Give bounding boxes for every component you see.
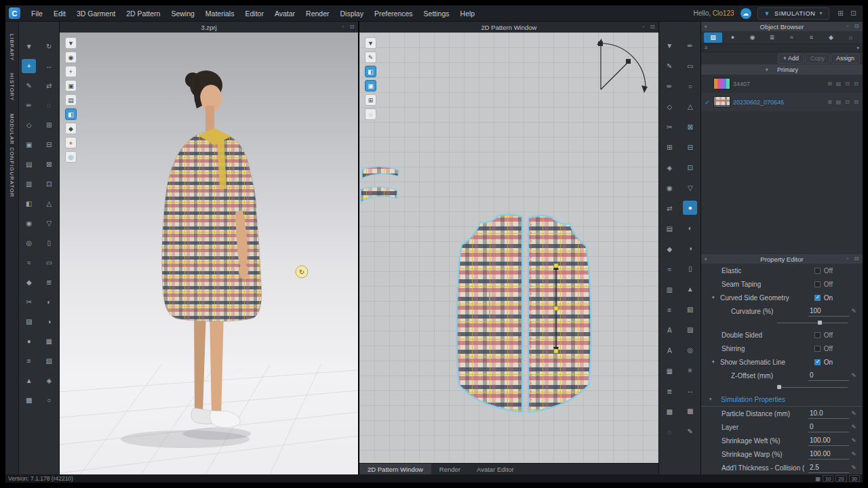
internal-polygon-icon[interactable]: ◈ — [661, 157, 677, 178]
collapse-caret-icon[interactable]: ▾ — [712, 295, 720, 300]
edit-value-icon[interactable]: ✎ — [849, 410, 859, 417]
zipper-tool-icon[interactable]: ≡ — [21, 351, 37, 371]
fabric-grid-icon[interactable]: ⊞ — [826, 81, 833, 87]
z-offset-input[interactable]: 0 — [808, 371, 849, 381]
buttonhole-tab-icon[interactable]: ◉ — [743, 33, 762, 43]
panel-maximize-icon[interactable]: ⊡ — [853, 256, 860, 262]
sidebar-tab-modular-configurator[interactable]: MODULAR CONFIGURATOR — [9, 114, 15, 198]
curvature-input[interactable]: 100 — [808, 306, 849, 317]
menu-display[interactable]: Display — [335, 5, 369, 22]
fabric-item-20230602[interactable]: ✓ 20230602_070646 ⊞▤⊡⊟ — [701, 93, 863, 111]
detach-sewing-icon[interactable]: ◐ — [682, 218, 698, 238]
segment-sewing-tool-icon[interactable]: ▤ — [21, 155, 37, 174]
show-base-pattern-icon[interactable]: ⊞ — [365, 94, 376, 106]
show-fabric-texture-icon[interactable]: ▣ — [365, 80, 376, 92]
collapse-caret-icon[interactable]: ▾ — [712, 359, 720, 365]
measure-tool-icon[interactable]: ◆ — [21, 272, 37, 292]
menu-preferences[interactable]: Preferences — [369, 5, 418, 22]
viewport-float-icon[interactable]: ▫ — [640, 24, 647, 30]
internal-line-icon[interactable]: ≡ — [661, 300, 677, 320]
fabric-swatch[interactable] — [713, 78, 730, 89]
sidebar-tab-history[interactable]: HISTORY — [9, 73, 15, 101]
seam-allowance-tool-icon[interactable]: ▯ — [41, 233, 57, 253]
scissors-tool-icon[interactable]: ✂ — [21, 292, 37, 312]
avatar-tab-icon[interactable]: ⌂ — [842, 33, 860, 43]
binding-tool-icon[interactable]: ◐ — [41, 292, 57, 312]
transform-2d-icon[interactable]: ▼ — [661, 35, 677, 56]
fullness-icon[interactable]: ▲ — [682, 279, 698, 299]
segment-sewing-2d-icon[interactable]: ⊟ — [682, 137, 698, 157]
fabric-name[interactable]: 34407 — [733, 81, 823, 87]
show-pattern-info-icon[interactable]: ✎ — [365, 52, 376, 63]
menu-editor[interactable]: Editor — [239, 5, 269, 22]
buttonhole-2d-icon[interactable]: ◎ — [682, 340, 698, 360]
edit-sewing-icon[interactable]: ● — [683, 201, 697, 215]
track-pattern-icon[interactable]: ▧ — [682, 299, 698, 319]
avatar-texture-icon[interactable]: ● — [65, 137, 77, 148]
avatar[interactable] — [162, 70, 262, 428]
show-seamlines-icon[interactable]: ◆ — [65, 123, 77, 134]
grid-size-10[interactable]: 10 — [823, 475, 833, 482]
pattern-canvas[interactable]: ▼✎◧▣⊞◌ — [359, 33, 658, 463]
list-view-icon[interactable]: ≡ — [705, 45, 708, 51]
circle-pattern-icon[interactable]: ○ — [682, 76, 698, 96]
simulation-button[interactable]: ▼ SIMULATION ▾ — [757, 7, 829, 20]
surface-texture-icon[interactable]: ▤ — [65, 94, 77, 106]
curved-side-geometry-checkbox[interactable] — [814, 295, 821, 301]
sewing-direction-icon[interactable]: ▽ — [682, 178, 698, 198]
shirring-tool-icon[interactable]: ⊠ — [41, 155, 57, 174]
pleat-tool-icon[interactable]: ≣ — [41, 272, 57, 292]
pin-tool-icon[interactable]: ◉ — [21, 214, 37, 233]
fabric-detail-icon[interactable]: ▤ — [835, 81, 842, 87]
fabric-clone-icon[interactable]: ⊡ — [844, 81, 851, 87]
button-tab-icon[interactable]: ● — [724, 33, 742, 43]
cut-and-sew-icon[interactable]: ⊠ — [682, 117, 698, 137]
front-left-pattern-piece[interactable] — [457, 214, 522, 412]
panel-float-icon[interactable]: ▫ — [844, 256, 851, 262]
fabric-name[interactable]: 20230602_070646 — [733, 99, 823, 106]
show-schematic-line-checkbox[interactable] — [814, 359, 821, 365]
chevron-down-icon[interactable]: ▾ — [856, 45, 859, 51]
sidebar-tab-library[interactable]: LIBRARY — [9, 34, 15, 61]
grid-size-30[interactable]: 30 — [849, 475, 860, 482]
measure-2d-icon[interactable]: ↔ — [682, 380, 698, 401]
assign-fabric-button[interactable]: Assign — [831, 54, 860, 64]
tab-2d-pattern-window[interactable]: 2D Pattern Window — [359, 464, 431, 474]
curvature-slider[interactable] — [701, 318, 863, 328]
fabric-remove-icon[interactable]: ⊟ — [852, 99, 860, 105]
username[interactable]: Clo123 — [713, 9, 734, 17]
avatar-3d-render[interactable]: ↻ — [60, 33, 358, 474]
menu-edit[interactable]: Edit — [48, 5, 71, 22]
show-avatar-icon[interactable]: ◉ — [65, 52, 77, 63]
property-editor-header[interactable]: ◂ Property Editor ▫⊡ — [701, 254, 863, 264]
grading-tool-icon[interactable]: ⊡ — [41, 174, 57, 194]
pleats-2d-icon[interactable]: ≣ — [661, 381, 677, 401]
panel-float-icon[interactable]: ▫ — [844, 23, 851, 30]
copy-fabric-button[interactable]: Copy — [805, 54, 830, 64]
shade-tool-icon[interactable]: ▩ — [21, 390, 37, 410]
layer-input[interactable]: 0 — [808, 422, 849, 432]
fabric-tab-icon[interactable]: ▨ — [704, 33, 722, 43]
grading-2d-icon[interactable]: ▦ — [661, 361, 677, 381]
workspace-layout-icon[interactable]: ⊞ — [835, 9, 846, 17]
pattern-text-icon[interactable]: A — [661, 340, 677, 361]
panel-collapse-icon[interactable]: ◂ — [701, 24, 709, 29]
polygon-pattern-icon[interactable]: △ — [682, 96, 698, 117]
fabric-swatch[interactable] — [713, 96, 730, 108]
edit-pattern-2d-icon[interactable]: ✎ — [661, 56, 677, 76]
tack-on-avatar-tool-icon[interactable]: ◎ — [21, 233, 37, 253]
pattern-view-mode-icon[interactable]: ▼ — [365, 37, 376, 49]
circle-tool-2d-icon[interactable]: ◌ — [661, 422, 677, 442]
particle-distance-input[interactable]: 10.0 — [808, 409, 849, 419]
slider-track[interactable] — [777, 387, 848, 388]
show-garment-icon[interactable]: ▣ — [65, 80, 77, 92]
panel-maximize-icon[interactable]: ⊡ — [853, 23, 860, 30]
slider-thumb[interactable] — [818, 321, 822, 325]
menu-file[interactable]: File — [26, 5, 48, 22]
show-sewing-lines-icon[interactable]: ◧ — [365, 66, 376, 77]
puckering-tool-icon[interactable]: ▦ — [41, 331, 57, 351]
stitch-tool-icon[interactable]: ⊞ — [41, 115, 57, 135]
puckering-tab-icon[interactable]: ≈ — [783, 33, 801, 43]
hatch-fill-icon[interactable]: ▩ — [661, 401, 677, 422]
edit-value-icon[interactable]: ✎ — [849, 424, 859, 430]
